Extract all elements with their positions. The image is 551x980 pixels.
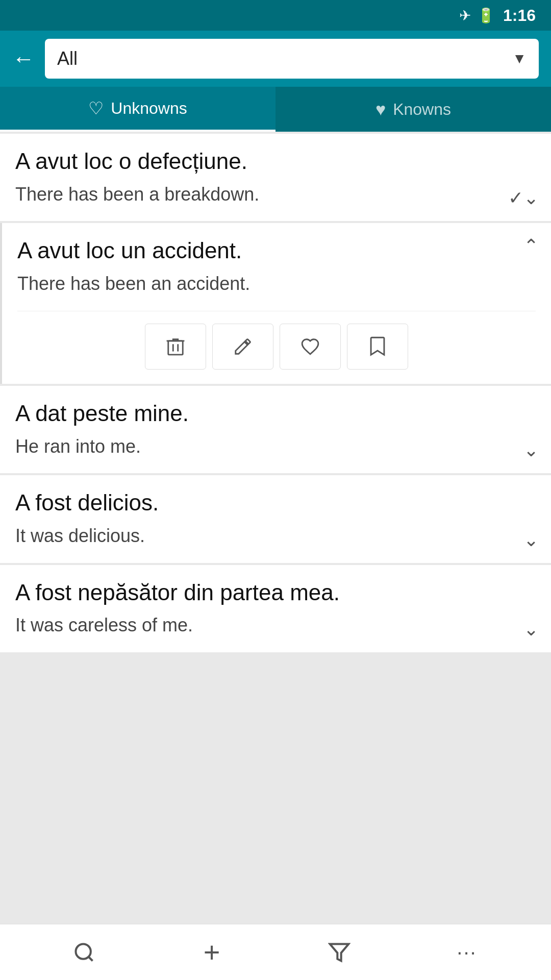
collapse-icon[interactable]: ⌃ bbox=[523, 235, 539, 257]
battery-icon: 🔋 bbox=[477, 7, 495, 24]
phrase-original: A avut loc un accident. bbox=[17, 237, 536, 264]
tab-unknowns[interactable]: ♡ Unknowns bbox=[0, 87, 276, 132]
add-button[interactable]: + bbox=[191, 932, 232, 973]
expand-icon[interactable]: ✓⌄ bbox=[508, 187, 539, 209]
list-item[interactable]: A avut loc un accident. There has been a… bbox=[0, 223, 551, 383]
status-time: 1:16 bbox=[503, 6, 536, 25]
list-item[interactable]: A dat peste mine. He ran into me. ⌄ bbox=[0, 386, 551, 473]
list-item[interactable]: A fost delicios. It was delicious. ⌄ bbox=[0, 475, 551, 562]
airplane-icon: ✈ bbox=[459, 7, 471, 24]
expand-icon[interactable]: ⌄ bbox=[523, 529, 539, 551]
svg-line-2 bbox=[89, 957, 93, 961]
dropdown-value: All bbox=[57, 48, 78, 69]
tab-knowns[interactable]: ♥ Knowns bbox=[276, 87, 551, 132]
back-button[interactable]: ← bbox=[12, 47, 35, 70]
heart-filled-icon: ♥ bbox=[375, 100, 386, 119]
phrase-translation: It was careless of me. bbox=[15, 613, 536, 638]
like-button[interactable] bbox=[280, 324, 341, 370]
svg-point-1 bbox=[76, 944, 91, 959]
phrase-original: A fost delicios. bbox=[15, 489, 536, 517]
phrase-original: A dat peste mine. bbox=[15, 400, 536, 427]
action-buttons bbox=[17, 311, 536, 370]
edit-button[interactable] bbox=[212, 324, 273, 370]
knowns-tab-label: Knowns bbox=[393, 100, 451, 119]
phrase-original: A fost nepăsător din partea mea. bbox=[15, 579, 536, 606]
tab-bar: ♡ Unknowns ♥ Knowns bbox=[0, 87, 551, 132]
status-bar: ✈ 🔋 1:16 bbox=[0, 0, 551, 31]
delete-button[interactable] bbox=[145, 324, 206, 370]
list-item[interactable]: A avut loc o defecțiune. There has been … bbox=[0, 134, 551, 221]
filter-button[interactable] bbox=[319, 932, 360, 973]
bookmark-button[interactable] bbox=[347, 324, 408, 370]
list-item[interactable]: A fost nepăsător din partea mea. It was … bbox=[0, 565, 551, 652]
expand-icon[interactable]: ⌄ bbox=[523, 619, 539, 640]
svg-rect-0 bbox=[168, 341, 183, 355]
status-icons: ✈ 🔋 bbox=[459, 7, 495, 24]
phrase-translation: He ran into me. bbox=[15, 434, 536, 459]
more-button[interactable]: ··· bbox=[446, 932, 487, 973]
unknowns-tab-label: Unknowns bbox=[111, 99, 187, 118]
heart-outline-icon: ♡ bbox=[88, 98, 104, 118]
phrase-translation: There has been an accident. bbox=[17, 272, 536, 297]
chevron-down-icon: ▼ bbox=[512, 51, 527, 67]
phrase-translation: It was delicious. bbox=[15, 524, 536, 549]
phrase-list: A avut loc o defecțiune. There has been … bbox=[0, 132, 551, 924]
phrase-translation: There has been a breakdown. bbox=[15, 182, 536, 207]
app-header: ← All ▼ bbox=[0, 31, 551, 87]
bottom-nav: + ··· bbox=[0, 924, 551, 980]
filter-dropdown[interactable]: All ▼ bbox=[45, 39, 539, 79]
svg-marker-3 bbox=[330, 944, 349, 961]
expand-icon[interactable]: ⌄ bbox=[523, 439, 539, 461]
search-button[interactable] bbox=[64, 932, 105, 973]
phrase-original: A avut loc o defecțiune. bbox=[15, 148, 536, 175]
